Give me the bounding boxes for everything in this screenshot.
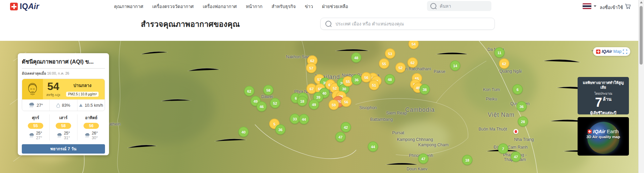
- iqair-cross-icon: [10, 3, 18, 10]
- aqi-marker-28[interactable]: 28: [518, 116, 528, 127]
- aqi-marker-38[interactable]: 38: [420, 84, 430, 95]
- nav-item-5[interactable]: สำหรับธุรกิจ: [272, 3, 296, 10]
- aqi-marker-56[interactable]: 56: [341, 97, 352, 107]
- aqi-marker-55[interactable]: 55: [379, 59, 389, 69]
- map-label-kampong-chhnang: Kampong Chhnang: [397, 137, 433, 142]
- aqi-marker-18[interactable]: 18: [297, 96, 308, 106]
- aqi-marker-52[interactable]: 52: [395, 63, 406, 73]
- pill-brand: IQAir: [602, 49, 612, 54]
- air-quality-map[interactable]: Nakhon SawanThailandNakhon RatchasimaPhr…: [0, 41, 639, 173]
- forecast-temp-low: 30°: [92, 136, 98, 140]
- aqi-marker-49[interactable]: 49: [309, 99, 319, 110]
- aqi-marker-11[interactable]: 11: [494, 48, 505, 58]
- map-label-pursat: Pursat: [392, 131, 404, 135]
- iqair-logo[interactable]: IQAir: [10, 2, 39, 11]
- forecast-7day-button[interactable]: พยากรณ์ 7 วัน: [22, 144, 105, 154]
- forecast-temp-high: 25°: [36, 131, 42, 136]
- forecast-temp-high: 26°: [92, 131, 98, 136]
- nav-item-1[interactable]: คุณภาพอากาศ: [114, 3, 143, 10]
- forecast-day-1: ศุกร์5525°27°: [22, 114, 49, 141]
- aqi-marker-62[interactable]: 62: [408, 58, 418, 68]
- weather-row: 27° 83% 10.5 km/h: [22, 99, 105, 111]
- iqair-cross-icon: [588, 129, 592, 134]
- aqi-scale-label: สหรัฐ AQI: [46, 92, 60, 97]
- fire-icon[interactable]: [514, 129, 519, 134]
- aqi-marker-53[interactable]: 53: [385, 49, 395, 59]
- aqi-marker-44[interactable]: 44: [299, 114, 309, 124]
- aqi-marker-56[interactable]: 56: [361, 72, 372, 83]
- aqi-card: ดัชนีคุณภาพอากาศ (AQI) ข... อัปเดตล่าสุด…: [18, 53, 109, 155]
- aqi-marker-14[interactable]: 14: [450, 61, 461, 71]
- page-title: สำรวจคุณภาพอากาศของคุณ: [141, 18, 240, 30]
- map-label-cambodia: Cambodia: [405, 106, 435, 113]
- chevron-down-icon[interactable]: [594, 5, 596, 7]
- aqi-marker-48[interactable]: 48: [385, 74, 395, 85]
- aqi-marker-40[interactable]: 40: [238, 127, 249, 137]
- forecast-temp-low: 31°: [64, 136, 70, 140]
- iqair-map-button[interactable]: IQAir Map: [593, 47, 630, 56]
- nav-item-3[interactable]: เครื่องฟอกอากาศ: [203, 3, 236, 10]
- rain-cloud-icon: [57, 133, 62, 138]
- aqi-marker-42[interactable]: 42: [341, 122, 351, 133]
- map-label-nha-trang: Nha Trang: [514, 137, 534, 142]
- rain-cloud-icon: [29, 103, 35, 108]
- aqi-card-updated: อัปเดตล่าสุดเมื่อ 16:00, ก.ค. 26: [22, 71, 105, 76]
- location-search-input[interactable]: [335, 21, 484, 27]
- forecast-day-2: เสาร์5825°31°: [49, 114, 77, 141]
- rain-cloud-icon: [29, 133, 35, 138]
- scrollbar-thumb[interactable]: [640, 6, 643, 65]
- forecast-day-3: อาทิตย์5626°30°: [77, 114, 105, 141]
- aqi-marker-36[interactable]: 36: [352, 75, 362, 85]
- nav-item-4[interactable]: หน้ากาก: [246, 3, 263, 10]
- aqi-marker-46[interactable]: 46: [257, 101, 267, 112]
- aqi-marker-36[interactable]: 36: [275, 124, 286, 135]
- aqi-marker-59[interactable]: 59: [329, 100, 339, 110]
- signin-link[interactable]: ลงชื่อเข้าใช้: [600, 4, 623, 11]
- forecast-aqi-chip: 55: [28, 123, 43, 129]
- nav-item-2[interactable]: เครื่องตรวจวัดอากาศ: [152, 3, 194, 10]
- map-label-bu-n-ma-thu-t: Buôn Ma Thuột: [478, 127, 507, 132]
- aqi-marker-6[interactable]: 6: [513, 84, 523, 95]
- air-pollution-deaths-panel[interactable]: มลพิษทางอากาศทำให้สูญเสีย โดยประมาณ 7ล้า…: [578, 77, 629, 114]
- scroll-up-icon[interactable]: [640, 1, 643, 3]
- aqi-marker-57[interactable]: 57: [306, 63, 317, 73]
- main-nav: คุณภาพอากาศเครื่องตรวจวัดอากาศเครื่องฟอก…: [114, 3, 348, 10]
- aqi-card-title: ดัชนีคุณภาพอากาศ (AQI) ข...: [22, 57, 105, 69]
- forecast-temp-low: 27°: [36, 136, 42, 140]
- map-label-pakse: Pakse: [434, 69, 445, 74]
- iqair-earth-banner[interactable]: IQAir Earth 3D Air quality map: [578, 117, 629, 156]
- header-search-input[interactable]: [439, 3, 487, 9]
- aqi-marker-47[interactable]: 47: [418, 154, 429, 164]
- aqi-marker-44[interactable]: 44: [368, 142, 378, 152]
- aqi-marker-58[interactable]: 58: [263, 85, 274, 95]
- map-label-pleiku: Pleiku: [486, 97, 497, 101]
- aqi-marker-52[interactable]: 52: [270, 98, 280, 108]
- aqi-marker-7[interactable]: 7: [498, 144, 508, 154]
- aqi-marker-18[interactable]: 18: [462, 155, 473, 165]
- page-scrollbar[interactable]: [638, 0, 644, 173]
- map-label-vi-t-nam: Việt Nam: [488, 111, 515, 118]
- forecast-aqi-chip: 56: [84, 123, 99, 129]
- nav-item-6[interactable]: ข่าว: [305, 3, 313, 10]
- earth-brand: IQAir: [593, 128, 605, 134]
- header-search[interactable]: [427, 1, 491, 11]
- forecast-day-label: อาทิตย์: [79, 114, 104, 121]
- aqi-marker-47[interactable]: 47: [511, 152, 521, 162]
- language-flag-thailand[interactable]: [583, 3, 591, 9]
- aqi-marker-48[interactable]: 48: [351, 53, 362, 63]
- earth-name: Earth: [607, 128, 619, 134]
- cart-icon[interactable]: [625, 3, 631, 11]
- iqair-cross-icon: [596, 50, 600, 54]
- map-label-doun-kaev: Doun Kaev: [407, 167, 427, 171]
- aqi-marker-47[interactable]: 47: [335, 132, 346, 142]
- map-label-sisophon: Sisophon: [359, 105, 377, 110]
- aqi-marker-62[interactable]: 62: [499, 59, 509, 69]
- aqi-marker-36[interactable]: 36: [517, 101, 527, 112]
- aqi-marker-51[interactable]: 51: [369, 80, 379, 90]
- aqi-summary-box[interactable]: 54 สหรัฐ AQI ปานกลาง PM2.5 | 10.8 µg/m³: [22, 79, 105, 99]
- fullscreen-icon[interactable]: [623, 50, 627, 54]
- aqi-marker-62[interactable]: 62: [244, 86, 255, 96]
- nav-item-7[interactable]: ฝ่ายช่วยเหลือ: [322, 3, 348, 10]
- pill-label: Map: [613, 49, 622, 54]
- location-search[interactable]: [320, 18, 495, 30]
